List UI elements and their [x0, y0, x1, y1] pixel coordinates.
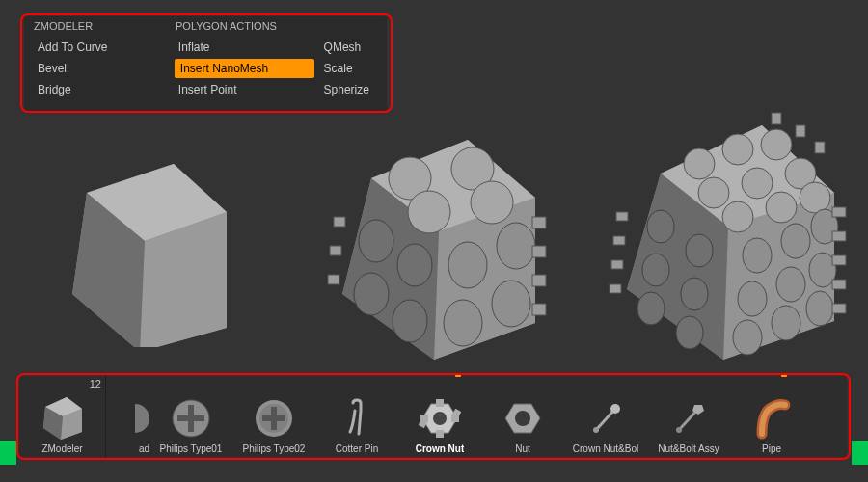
svg-point-88 — [515, 411, 530, 426]
svg-point-90 — [610, 404, 620, 414]
nut-icon — [502, 397, 544, 440]
svg-point-35 — [742, 168, 773, 199]
bolt-assembly-icon — [667, 397, 710, 440]
tool-label-4: Crown Nut — [416, 440, 465, 454]
viewport[interactable] — [0, 116, 868, 366]
tool-label-5: Nut — [515, 440, 530, 454]
tool-item-crown-nut-bolt[interactable]: Crown Nut&Bol — [564, 376, 647, 457]
menu-item-inflate[interactable]: Inflate — [175, 38, 320, 57]
tool-item-cotter-pin[interactable]: Cotter Pin — [315, 376, 398, 457]
tool-item-crown-nut[interactable]: Crown Nut — [398, 376, 481, 457]
zmodeler-menu[interactable]: ZMODELER POLYGON ACTIONS Add To Curve Be… — [24, 16, 387, 111]
menu-col-3: QMesh Scale Spherize — [320, 38, 387, 101]
svg-point-44 — [776, 267, 805, 302]
svg-point-80 — [433, 412, 447, 425]
svg-rect-59 — [832, 304, 846, 313]
svg-rect-63 — [610, 284, 621, 293]
svg-rect-58 — [832, 280, 846, 289]
menu-item-spherize[interactable]: Spherize — [320, 80, 387, 99]
menu-header-zmodeler: ZMODELER — [34, 20, 176, 32]
svg-point-43 — [738, 281, 767, 316]
tool-label-8: Pipe — [762, 440, 781, 454]
menu-item-bevel[interactable]: Bevel — [34, 59, 175, 78]
svg-rect-25 — [330, 246, 341, 255]
tool-item-pipe[interactable]: Pipe — [730, 376, 813, 457]
svg-point-46 — [733, 320, 762, 355]
tool-item-nut[interactable]: Nut — [481, 376, 564, 457]
tool-zmodeler[interactable]: 12 ZModeler — [19, 376, 106, 457]
svg-point-16 — [359, 220, 393, 262]
menu-item-insert-point[interactable]: Insert Point — [175, 80, 320, 99]
tool-item-philips-1[interactable]: Philips Type01 — [149, 376, 232, 457]
svg-rect-22 — [532, 275, 546, 286]
svg-rect-62 — [611, 260, 623, 269]
tool-zmodeler-count: 12 — [90, 378, 101, 389]
tool-item-nut-bolt-assy[interactable]: Nut&Bolt Assy — [647, 376, 730, 457]
tool-item-0[interactable]: ad — [106, 376, 149, 457]
menu-item-scale[interactable]: Scale — [320, 59, 387, 78]
cube-nanomesh-1 — [318, 101, 559, 362]
tool-item-philips-2[interactable]: Philips Type02 — [232, 376, 315, 457]
svg-point-51 — [642, 254, 669, 286]
tool-label-6: Crown Nut&Bol — [573, 440, 638, 454]
menu-item-insert-nanomesh[interactable]: Insert NanoMesh — [175, 59, 314, 78]
svg-point-13 — [497, 223, 535, 269]
cotter-pin-icon — [336, 397, 378, 440]
menu-col-2: Inflate Insert NanoMesh Insert Point — [175, 38, 320, 101]
svg-rect-56 — [832, 231, 846, 241]
svg-point-47 — [772, 306, 800, 340]
svg-rect-26 — [328, 275, 339, 284]
svg-rect-23 — [532, 304, 546, 315]
svg-point-18 — [354, 273, 389, 315]
svg-point-33 — [761, 129, 792, 160]
crown-nut-icon — [419, 397, 461, 440]
cube-icon — [36, 388, 90, 442]
svg-point-40 — [743, 238, 772, 273]
svg-rect-20 — [532, 217, 546, 228]
tool-label-2: Philips Type02 — [243, 440, 306, 454]
tool-label-0: ad — [139, 440, 149, 454]
philips-screw-icon — [170, 397, 212, 440]
svg-point-91 — [593, 427, 599, 433]
brush-toolbar[interactable]: 12 ZModeler ad Philips Type01 — [19, 376, 847, 457]
cube-plain-mesh — [58, 125, 241, 347]
svg-point-15 — [492, 281, 530, 327]
tool-label-7: Nut&Bolt Assy — [658, 440, 719, 454]
svg-rect-66 — [815, 142, 825, 153]
svg-point-41 — [781, 224, 810, 258]
menu-item-bridge[interactable]: Bridge — [34, 80, 175, 99]
pipe-icon — [750, 397, 793, 440]
svg-point-12 — [448, 242, 487, 288]
svg-point-94 — [676, 427, 682, 433]
svg-point-31 — [684, 148, 715, 179]
svg-point-50 — [686, 234, 713, 267]
svg-point-39 — [800, 182, 830, 213]
cube-nanomesh-2 — [603, 92, 858, 362]
svg-rect-65 — [796, 125, 805, 137]
menu-item-add-to-curve[interactable]: Add To Curve — [34, 38, 175, 57]
svg-point-54 — [676, 316, 703, 349]
svg-rect-57 — [832, 255, 846, 265]
menu-col-1: Add To Curve Bevel Bridge — [24, 38, 175, 101]
left-edge-indicator — [0, 441, 16, 465]
svg-point-53 — [637, 292, 665, 325]
svg-point-14 — [444, 300, 482, 346]
svg-point-49 — [647, 210, 674, 243]
menu-item-qmesh[interactable]: QMesh — [320, 38, 387, 57]
svg-rect-78 — [262, 415, 285, 421]
svg-point-34 — [698, 177, 729, 208]
svg-point-19 — [393, 300, 427, 342]
svg-point-10 — [408, 191, 450, 233]
bolt-assembly-icon — [584, 397, 627, 440]
svg-rect-24 — [334, 217, 345, 227]
svg-point-32 — [722, 134, 753, 165]
svg-rect-81 — [436, 399, 444, 407]
tool-label-3: Cotter Pin — [336, 440, 378, 454]
svg-point-48 — [806, 291, 833, 326]
tool-label-1: Philips Type01 — [160, 440, 223, 454]
right-edge-indicator — [852, 441, 868, 465]
svg-point-11 — [471, 181, 513, 224]
svg-point-17 — [397, 244, 432, 286]
bolt-head-icon — [121, 397, 149, 440]
svg-rect-21 — [532, 246, 546, 257]
